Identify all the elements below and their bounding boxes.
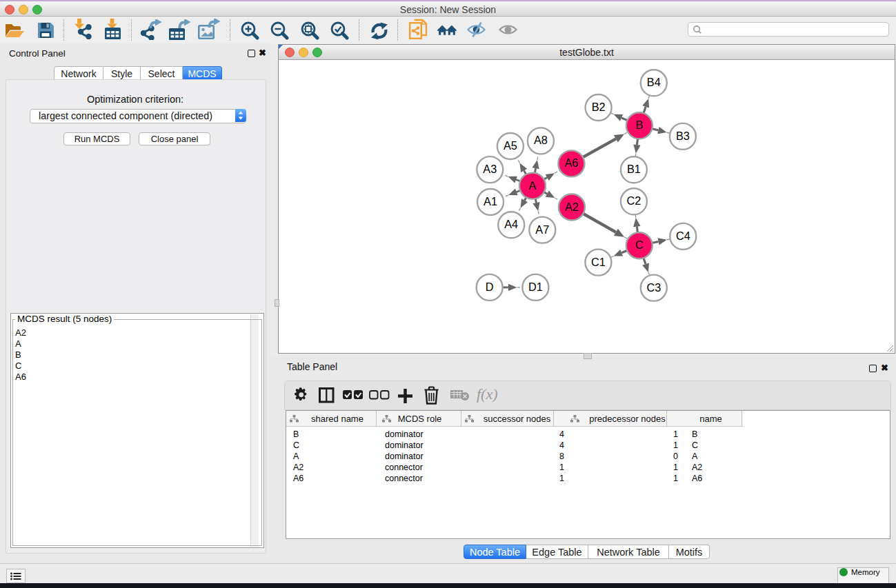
- svg-text:A: A: [529, 179, 537, 192]
- svg-text:B2: B2: [592, 101, 606, 113]
- svg-text:B: B: [635, 119, 643, 131]
- svg-text:C3: C3: [646, 281, 661, 294]
- svg-text:A8: A8: [534, 134, 548, 146]
- svg-text:C: C: [635, 239, 644, 251]
- svg-text:A1: A1: [484, 195, 497, 207]
- svg-text:A3: A3: [483, 163, 497, 175]
- svg-text:B4: B4: [647, 76, 661, 88]
- svg-text:C2: C2: [626, 194, 641, 207]
- svg-text:A2: A2: [565, 201, 579, 213]
- svg-text:D1: D1: [528, 281, 543, 293]
- svg-text:B1: B1: [627, 163, 641, 175]
- svg-text:A5: A5: [504, 139, 517, 152]
- svg-text:C4: C4: [676, 230, 690, 242]
- svg-text:A6: A6: [564, 156, 578, 169]
- svg-text:A4: A4: [504, 218, 518, 230]
- svg-text:C1: C1: [591, 256, 606, 268]
- svg-text:B3: B3: [676, 130, 690, 142]
- svg-text:D: D: [486, 281, 494, 293]
- svg-text:A7: A7: [535, 223, 549, 236]
